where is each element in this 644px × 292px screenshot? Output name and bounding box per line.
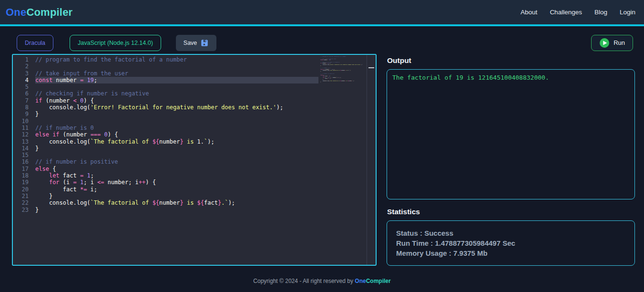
code-line: const number = 19; bbox=[35, 77, 318, 83]
line-number: 23 bbox=[13, 207, 35, 213]
cursor-position-marker bbox=[368, 67, 374, 68]
editor-scrollbar[interactable] bbox=[367, 55, 376, 265]
line-number: 20 bbox=[13, 186, 35, 193]
code-line: } bbox=[35, 145, 318, 152]
statistics-box: Status : SuccessRun Time : 1.47887730598… bbox=[387, 220, 635, 266]
code-line: // program to find the factorial of a nu… bbox=[35, 56, 318, 63]
code-line: console.log('Error! Factorial for negati… bbox=[35, 104, 318, 111]
statistics-row: Run Time : 1.478877305984497 Sec bbox=[396, 238, 625, 248]
play-icon bbox=[599, 38, 610, 48]
code-line: } bbox=[320, 81, 367, 82]
main-content: 1// program to find the factorial of a n… bbox=[0, 52, 644, 266]
brand-logo-part1: One bbox=[6, 6, 26, 18]
line-number: 18 bbox=[13, 172, 35, 179]
line-number: 17 bbox=[13, 166, 35, 172]
line-number: 19 bbox=[13, 179, 35, 186]
code-line: console.log('Error! Factorial for negati… bbox=[320, 64, 367, 65]
line-number: 4 bbox=[13, 77, 35, 83]
footer: Copyright © 2024 - All right reserved by… bbox=[0, 278, 644, 284]
code-line bbox=[35, 63, 318, 70]
code-line: } bbox=[35, 207, 318, 213]
code-line: // checking if number is negative bbox=[35, 90, 318, 97]
line-number: 1 bbox=[13, 56, 35, 63]
right-panel: Output The factorial of 19 is 1216451004… bbox=[387, 54, 635, 266]
line-number: 7 bbox=[13, 97, 35, 104]
nav-link-login[interactable]: Login bbox=[620, 9, 635, 16]
line-number: 14 bbox=[13, 145, 35, 152]
code-line: } bbox=[35, 111, 318, 117]
footer-brand-part2[interactable]: Compiler bbox=[366, 278, 391, 284]
output-heading: Output bbox=[387, 56, 635, 65]
code-line: // take input from the user bbox=[35, 70, 318, 77]
line-number: 5 bbox=[13, 83, 35, 90]
line-number: 11 bbox=[13, 125, 35, 131]
language-selector-button[interactable]: JavaScript (Node.js 12.14.0) bbox=[70, 35, 161, 51]
footer-brand-part1[interactable]: One bbox=[355, 278, 366, 284]
run-button-label: Run bbox=[613, 39, 625, 46]
line-number: 13 bbox=[13, 138, 35, 145]
statistics-row: Memory Usage : 7.9375 Mb bbox=[396, 248, 625, 258]
minimap[interactable]: // program to find the factorial of a nu… bbox=[320, 56, 367, 264]
line-number: 16 bbox=[13, 158, 35, 165]
code-line: else if (number === 0) { bbox=[35, 131, 318, 138]
code-line: console.log(`The factorial of ${number} … bbox=[35, 199, 318, 206]
brand-logo-part2: Compiler bbox=[26, 6, 72, 18]
brand-logo[interactable]: OneCompiler bbox=[6, 6, 72, 19]
code-line: } bbox=[35, 193, 318, 199]
nav-link-blog[interactable]: Blog bbox=[594, 9, 607, 16]
line-number: 15 bbox=[13, 152, 35, 158]
output-text: The factorial of 19 is 12164510040883200… bbox=[392, 74, 629, 81]
nav-link-challenges[interactable]: Challenges bbox=[550, 9, 582, 16]
line-number: 22 bbox=[13, 199, 35, 206]
code-editor[interactable]: 1// program to find the factorial of a n… bbox=[12, 54, 377, 266]
minimap-content: // program to find the factorial of a nu… bbox=[320, 56, 367, 83]
line-number: 10 bbox=[13, 118, 35, 125]
line-number: 6 bbox=[13, 90, 35, 97]
code-line bbox=[35, 118, 318, 125]
output-box: The factorial of 19 is 12164510040883200… bbox=[387, 69, 635, 199]
code-line: // if number is 0 bbox=[35, 125, 318, 131]
theme-selector-button[interactable]: Dracula bbox=[17, 35, 53, 51]
line-number: 21 bbox=[13, 193, 35, 199]
nav-links: AboutChallengesBlogLogin bbox=[521, 9, 635, 16]
run-button[interactable]: Run bbox=[591, 35, 633, 51]
line-number: 2 bbox=[13, 63, 35, 70]
floppy-disk-icon bbox=[200, 39, 209, 47]
nav-link-about[interactable]: About bbox=[521, 9, 537, 16]
code-line: fact *= i; bbox=[35, 186, 318, 193]
line-number: 9 bbox=[13, 111, 35, 117]
code-line: console.log(`The factorial of ${number} … bbox=[35, 138, 318, 145]
code-line: else { bbox=[35, 166, 318, 172]
save-button-label: Save bbox=[184, 40, 197, 46]
save-button[interactable]: Save bbox=[176, 35, 217, 51]
code-line bbox=[35, 152, 318, 158]
line-number: 12 bbox=[13, 131, 35, 138]
navbar: OneCompiler AboutChallengesBlogLogin bbox=[0, 0, 644, 26]
copyright-text: Copyright © 2024 - All right reserved by bbox=[253, 278, 355, 284]
code-line bbox=[35, 83, 318, 90]
statistics-row: Status : Success bbox=[396, 228, 625, 238]
toolbar: Dracula JavaScript (Node.js 12.14.0) Sav… bbox=[0, 26, 644, 52]
statistics-heading: Statistics bbox=[387, 208, 635, 216]
code-line: if (number < 0) { bbox=[35, 97, 318, 104]
code-line: for (i = 1; i <= number; i++) { bbox=[35, 179, 318, 186]
code-line: // if number is positive bbox=[35, 158, 318, 165]
line-number: 3 bbox=[13, 70, 35, 77]
code-line: let fact = 1; bbox=[35, 172, 318, 179]
line-number: 8 bbox=[13, 104, 35, 111]
